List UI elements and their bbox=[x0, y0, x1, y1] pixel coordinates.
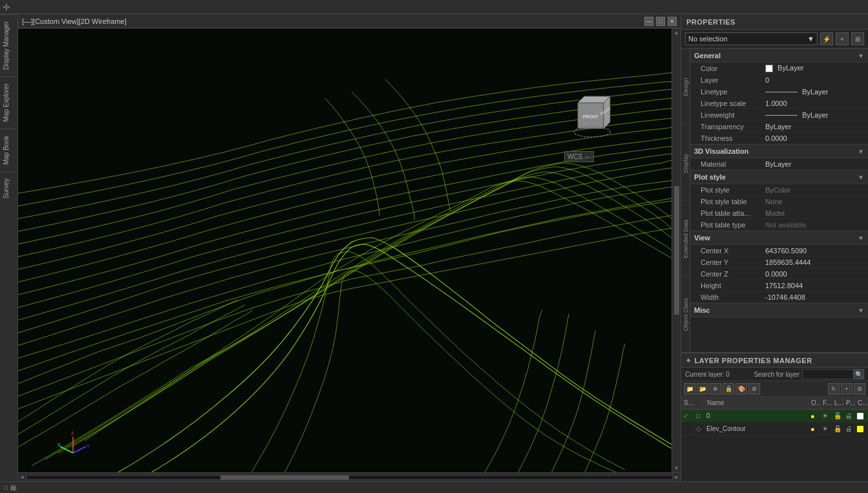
thickness-value: 0.0000 bbox=[761, 134, 868, 142]
sidebar-item-map-explorer[interactable]: Map Explorer bbox=[0, 76, 17, 128]
layer-ec-color[interactable] bbox=[855, 423, 868, 435]
plot-group-header[interactable]: Plot style ▼ bbox=[690, 170, 868, 184]
layer-ec-freeze-icon: ☀ bbox=[822, 425, 828, 432]
layer-search-button[interactable]: 🔍 bbox=[854, 369, 864, 379]
viewport-titlebar: [—][Custom View][2D Wireframe] — □ ✕ bbox=[18, 14, 681, 28]
layer-new-folder-btn[interactable]: 📁 bbox=[684, 383, 695, 395]
layer-search-input[interactable] bbox=[802, 369, 854, 379]
layer-0-freeze[interactable]: ☀ bbox=[820, 410, 832, 422]
vscroll-down-arrow[interactable]: ▼ bbox=[674, 465, 679, 471]
vscroll-up-arrow[interactable]: ▲ bbox=[674, 30, 679, 36]
layer-ec-plot-icon: 🖨 bbox=[845, 425, 852, 432]
layer-ec-on-icon: ● bbox=[810, 425, 815, 433]
tab-object-class[interactable]: Object Class bbox=[681, 277, 690, 353]
plot-style-label: Plot style bbox=[690, 186, 761, 194]
layer-color-btn[interactable]: 🎨 bbox=[736, 383, 747, 395]
layer-0-lock[interactable]: 🔓 bbox=[832, 410, 843, 422]
tab-display[interactable]: Display bbox=[681, 125, 690, 201]
hscroll-left-arrow[interactable]: ◄ bbox=[19, 474, 25, 480]
svg-text:Y: Y bbox=[87, 444, 89, 448]
general-group-header[interactable]: General ▼ bbox=[690, 48, 868, 63]
layer-ec-lock[interactable]: 🔓 bbox=[832, 423, 843, 435]
viz3d-group-header[interactable]: 3D Visualization ▼ bbox=[690, 144, 868, 158]
layer-row-0[interactable]: ✓ □ 0 ● ☀ 🔓 bbox=[681, 410, 868, 423]
col-freeze-label: F... bbox=[823, 399, 831, 406]
plot-style-value: ByColor bbox=[761, 186, 868, 194]
misc-collapse-arrow: ▼ bbox=[858, 307, 864, 314]
quick-select-btn[interactable]: ⚡ bbox=[820, 32, 833, 45]
center-y-label: Center Y bbox=[690, 258, 761, 266]
layer-ec-freeze[interactable]: ☀ bbox=[820, 423, 832, 435]
center-y-value: 1859635.4444 bbox=[761, 258, 868, 266]
vscroll-thumb[interactable] bbox=[674, 186, 679, 314]
viewport-restore-btn[interactable]: □ bbox=[656, 17, 665, 26]
layer-0-plot[interactable]: 🖨 bbox=[843, 410, 855, 422]
properties-section: PROPERTIES No selection ▼ ⚡ + ⊞ Design D… bbox=[681, 14, 868, 352]
view-group-header[interactable]: View ▼ bbox=[690, 231, 868, 245]
svg-line-7 bbox=[73, 446, 86, 453]
select-all-btn[interactable]: ⊞ bbox=[851, 32, 864, 45]
col-header-name[interactable]: Name bbox=[704, 397, 809, 409]
plot-table-attached-label: Plot table atta... bbox=[690, 209, 761, 217]
sidebar-item-display-manager[interactable]: Display Manager bbox=[0, 14, 17, 76]
add-btn[interactable]: + bbox=[836, 32, 849, 45]
layer-0-name[interactable]: 0 bbox=[704, 410, 809, 422]
layer-settings-btn[interactable]: ⚙ bbox=[748, 383, 760, 395]
layer-ec-plot[interactable]: 🖨 bbox=[843, 423, 855, 435]
layer-0-on[interactable]: ● bbox=[809, 410, 820, 422]
sidebar-item-survey[interactable]: Survey bbox=[0, 171, 17, 205]
layer-ec-type-icon: ◇ bbox=[696, 425, 701, 432]
viewport-vscroll[interactable]: ▲ ▼ bbox=[672, 28, 681, 472]
layer-ec-icon: ◇ bbox=[694, 423, 704, 435]
layer-ec-name[interactable]: Elev_Contour bbox=[704, 423, 809, 435]
layer-0-plot-icon: 🖨 bbox=[845, 412, 852, 419]
prop-lineweight-row: Lineweight ByLayer bbox=[690, 109, 868, 121]
hscroll-thumb[interactable] bbox=[220, 476, 350, 479]
layer-0-color[interactable] bbox=[855, 410, 868, 422]
layer-ec-on[interactable]: ● bbox=[809, 423, 820, 435]
layer-lock-btn[interactable]: 🔒 bbox=[723, 383, 734, 395]
plot-table-type-label: Plot table type bbox=[690, 221, 761, 229]
prop-layer-row: Layer 0 bbox=[690, 74, 868, 86]
layer-freeze-btn[interactable]: ❄ bbox=[710, 383, 721, 395]
sidebar-item-map-book[interactable]: Map Book bbox=[0, 129, 17, 171]
layer-manager-title: LAYER PROPERTIES MANAGER bbox=[695, 357, 812, 364]
width-value: -10746.4408 bbox=[761, 293, 868, 301]
tab-extended-data[interactable]: Extended Data bbox=[681, 200, 690, 277]
layer-options-btn[interactable]: ⚙ bbox=[854, 383, 865, 395]
linetype-text: ByLayer bbox=[802, 88, 828, 96]
center-z-label: Center Z bbox=[690, 270, 761, 278]
layer-add-btn[interactable]: + bbox=[841, 383, 852, 395]
viewport-close-btn[interactable]: ✕ bbox=[668, 17, 677, 26]
linetype-scale-value: 1.0000 bbox=[761, 100, 868, 107]
layer-refresh-btn[interactable]: ↻ bbox=[828, 383, 840, 395]
layer-label: Layer bbox=[690, 76, 761, 84]
layer-open-btn[interactable]: 📂 bbox=[697, 383, 708, 395]
nav-cube[interactable]: FRONT RIGHT bbox=[568, 93, 620, 145]
statusbar-icon-1[interactable]: □ bbox=[4, 484, 8, 491]
prop-thickness-row: Thickness 0.0000 bbox=[690, 132, 868, 144]
prop-transparency-row: Transparency ByLayer bbox=[690, 121, 868, 132]
right-panel: PROPERTIES No selection ▼ ⚡ + ⊞ Design D… bbox=[681, 14, 868, 481]
plot-collapse-arrow: ▼ bbox=[858, 174, 864, 181]
tab-design[interactable]: Design bbox=[681, 48, 690, 125]
hscroll-track[interactable] bbox=[26, 475, 673, 480]
lineweight-label: Lineweight bbox=[690, 111, 761, 119]
misc-group-header[interactable]: Misc ▼ bbox=[690, 303, 868, 317]
selection-dropdown[interactable]: No selection ▼ bbox=[685, 32, 818, 45]
color-label: Color bbox=[690, 65, 761, 72]
hscroll-right-arrow[interactable]: ► bbox=[674, 474, 679, 480]
layer-manager-header: LAYER PROPERTIES MANAGER bbox=[681, 353, 868, 368]
statusbar: □ ▦ bbox=[0, 481, 868, 493]
col-header-freeze: F... bbox=[820, 397, 832, 409]
plot-style-table-value: None bbox=[761, 198, 868, 205]
viewport-canvas[interactable]: WCS ← FRONT RIGHT bbox=[18, 28, 672, 472]
statusbar-icon-2[interactable]: ▦ bbox=[10, 484, 16, 491]
layer-row-elev-contour[interactable]: ◇ Elev_Contour ● ☀ 🔓 🖨 bbox=[681, 423, 868, 435]
layer-ec-name-text: Elev_Contour bbox=[706, 425, 746, 432]
viewport-hscroll[interactable]: ◄ ► bbox=[18, 472, 681, 481]
col-header-plot: P... bbox=[843, 397, 855, 409]
viewport-minimize-btn[interactable]: — bbox=[644, 17, 653, 26]
props-content: General ▼ Color ByLayer Layer 0 bbox=[690, 48, 868, 352]
layer-0-on-icon: ● bbox=[810, 412, 815, 420]
